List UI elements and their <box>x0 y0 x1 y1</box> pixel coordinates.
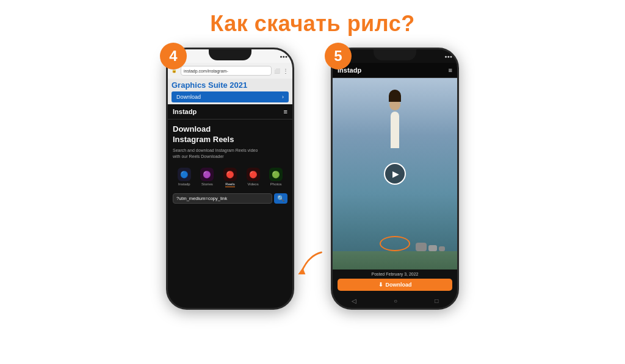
step-4-badge: 4 <box>160 43 187 70</box>
download-button-5[interactable]: ⬇ Download <box>338 279 452 291</box>
icon-stories[interactable]: 🟣 Stories <box>200 168 214 187</box>
photos-icon-circle: 🟢 <box>269 168 283 181</box>
photos-icon: 🟢 <box>272 171 280 179</box>
hero-subtitle: Search and download Instagram Reels vide… <box>173 148 287 160</box>
browser-bar: 🔒 instadp.com/instagram- ⬜ ⋮ <box>168 63 292 79</box>
phone-5-vol-dn <box>331 105 332 118</box>
ad-download-label: Download <box>176 94 201 100</box>
phone-4-wrapper: 4 ●●● 🔒 instadp.com/instagram- ⬜ ⋮ <box>166 48 294 310</box>
phones-row: 4 ●●● 🔒 instadp.com/instagram- ⬜ ⋮ <box>166 48 459 310</box>
site-hero: Download Instagram Reels Search and down… <box>168 120 292 164</box>
search-bar: ?utm_medium=copy_link 🔍 <box>173 193 287 204</box>
phone-5-wrapper: 5 ●●● Instadp ≡ <box>331 48 459 310</box>
phone-4-vol-dn <box>166 105 167 118</box>
ad-download-btn[interactable]: Download › <box>172 91 289 102</box>
arrow-svg <box>288 249 325 279</box>
phone-5-side-btn <box>458 92 459 110</box>
play-button[interactable]: ▶ <box>384 163 406 185</box>
videos-icon-circle: 🔴 <box>247 168 260 181</box>
instadp-icon-circle: 🔵 <box>178 168 191 181</box>
stories-icon: 🟣 <box>203 171 211 179</box>
step-5-badge: 5 <box>325 43 352 70</box>
chevron-right-icon: › <box>282 94 284 100</box>
videos-label: Videos <box>247 182 258 186</box>
instadp-icon: 🔵 <box>180 171 189 179</box>
stories-label: Stories <box>201 182 213 186</box>
hamburger-icon[interactable]: ≡ <box>284 108 287 115</box>
rocks <box>416 243 445 251</box>
phone-nav-bar: ◁ ○ □ <box>333 293 457 308</box>
bottom-info: Posted February 3, 2022 ⬇ Download <box>333 269 457 293</box>
download-label-5: Download <box>386 282 412 288</box>
phone-4-vol-up <box>166 89 167 101</box>
play-icon: ▶ <box>392 169 399 179</box>
circle-annotation <box>380 236 410 251</box>
svg-marker-0 <box>298 268 305 274</box>
phone-4-side-btn <box>293 92 294 110</box>
hero-title: Download Instagram Reels <box>173 124 287 145</box>
phone-5-vol-up <box>331 89 332 101</box>
url-text: instadp.com/instagram- <box>184 69 228 73</box>
page-title: Как скачать рилс? <box>210 11 414 37</box>
site-nav-5: Instadp ≡ <box>333 63 457 78</box>
site-content: Instadp ≡ Download Instagram Reels Searc… <box>168 104 292 308</box>
video-ground <box>333 251 457 269</box>
icon-photos[interactable]: 🟢 Photos <box>269 168 283 187</box>
stories-icon-circle: 🟣 <box>200 168 214 181</box>
photos-label: Photos <box>270 182 282 186</box>
download-icon-5: ⬇ <box>378 282 383 288</box>
phone-5-notch <box>374 49 416 60</box>
search-button[interactable]: 🔍 <box>274 193 287 204</box>
icon-videos[interactable]: 🔴 Videos <box>247 168 260 187</box>
instadp-label: Instadp <box>178 182 190 186</box>
back-nav-btn[interactable]: ◁ <box>352 298 356 304</box>
ad-banner: Graphics Suite 2021 Download › <box>168 79 292 104</box>
videos-icon: 🔴 <box>249 171 258 179</box>
reels-icon: 🔴 <box>226 171 234 179</box>
person-hair <box>389 90 401 102</box>
phone-4-notch <box>209 49 251 60</box>
reels-icon-circle: 🔴 <box>223 168 237 181</box>
arrow-annotation <box>288 249 322 276</box>
phone-4-frame: ●●● 🔒 instadp.com/instagram- ⬜ ⋮ Graphic… <box>166 48 294 310</box>
recent-nav-btn[interactable]: □ <box>435 298 438 304</box>
home-nav-btn[interactable]: ○ <box>394 298 397 304</box>
icon-reels[interactable]: 🔴 Reels <box>223 168 237 187</box>
person-body <box>391 112 399 148</box>
icons-row: 🔵 Instadp 🟣 Stories 🔴 Re <box>168 164 292 191</box>
person-figure <box>389 87 401 148</box>
site-logo-4: Instadp <box>173 108 197 115</box>
reels-label: Reels <box>225 182 234 187</box>
status-icons-5: ●●● <box>444 54 452 59</box>
browser-url[interactable]: instadp.com/instagram- <box>181 66 272 76</box>
site-nav: Instadp ≡ <box>168 104 292 120</box>
browser-more-icon[interactable]: ⋮ <box>283 68 289 74</box>
phone-5-frame: ●●● Instadp ≡ <box>331 48 459 310</box>
video-preview: ▶ <box>333 78 457 269</box>
ad-title: Graphics Suite 2021 <box>172 80 289 90</box>
posted-date: Posted February 3, 2022 <box>338 272 452 276</box>
search-icon: 🔍 <box>277 195 284 202</box>
search-input-field[interactable]: ?utm_medium=copy_link <box>173 193 272 204</box>
status-icons: ●●● <box>280 54 287 59</box>
icon-instadp[interactable]: 🔵 Instadp <box>178 168 191 187</box>
hamburger-icon-5[interactable]: ≡ <box>449 66 452 74</box>
browser-tab-icon: ⬜ <box>274 68 280 74</box>
